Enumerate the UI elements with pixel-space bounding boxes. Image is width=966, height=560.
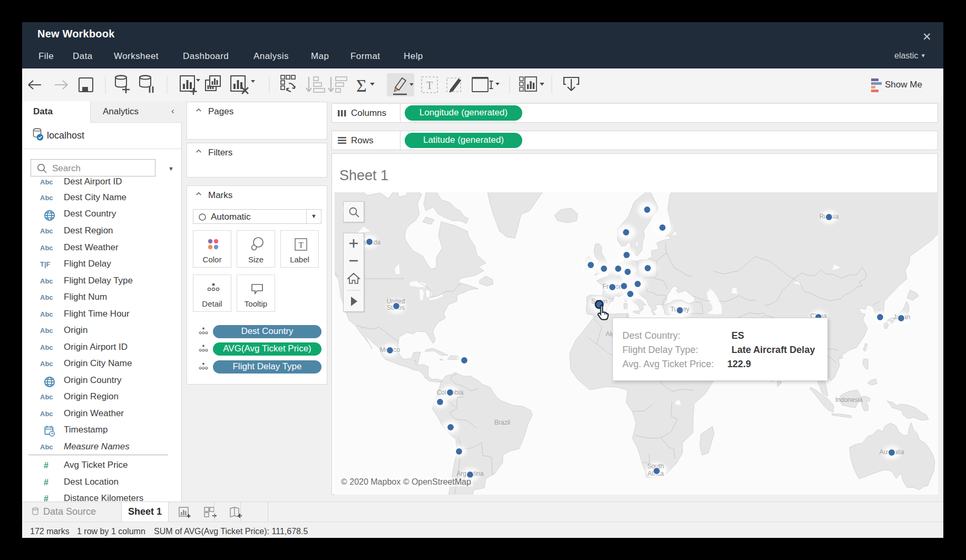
svg-text:Indonesia: Indonesia: [835, 396, 863, 404]
svg-text:T: T: [298, 241, 303, 249]
svg-text:T: T: [426, 80, 433, 91]
svg-text:Brazil: Brazil: [494, 419, 510, 426]
svg-text:Σ: Σ: [356, 76, 367, 95]
